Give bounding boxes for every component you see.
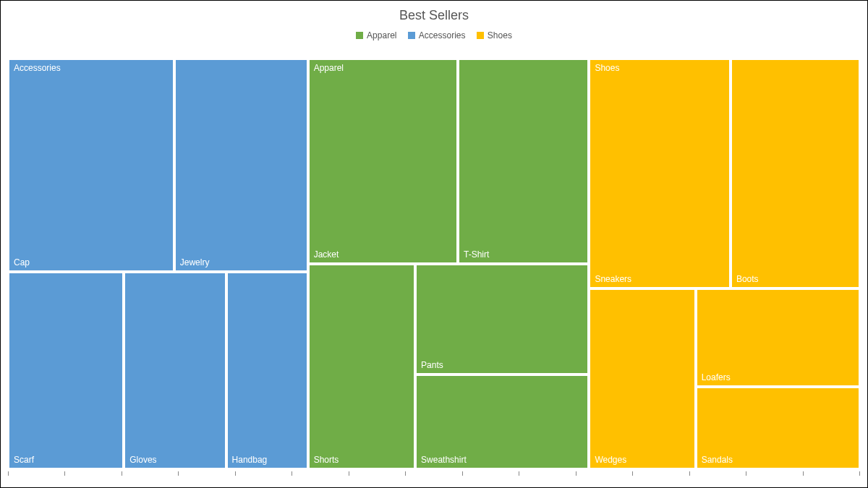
- treemap-cell[interactable]: Pants: [415, 264, 589, 374]
- treemap-cell-label: Gloves: [129, 455, 156, 465]
- legend-item-accessories: Accessories: [408, 30, 466, 40]
- legend-swatch-icon: [408, 32, 415, 39]
- treemap-cell-label: Jewelry: [180, 257, 210, 267]
- treemap-cell[interactable]: Jewelry: [174, 59, 308, 272]
- treemap-cell[interactable]: Loafers: [696, 288, 860, 387]
- treemap-cell-label: Handbag: [232, 455, 268, 465]
- treemap-cell-label: Wedges: [595, 455, 626, 465]
- treemap-cell[interactable]: ApparelJacket: [308, 59, 458, 264]
- treemap-cell[interactable]: Handbag: [226, 272, 308, 469]
- treemap-cell-label: Sweathshirt: [421, 455, 467, 465]
- legend-label: Apparel: [367, 30, 396, 40]
- treemap-group-label: Shoes: [595, 63, 619, 73]
- treemap-cell-label: Sneakers: [595, 274, 631, 284]
- treemap-cell-label: Shorts: [314, 455, 339, 465]
- axis-ticks: [8, 471, 860, 480]
- treemap-cell-label: T-Shirt: [464, 249, 489, 260]
- legend-item-apparel: Apparel: [356, 30, 396, 40]
- treemap-cell-label: Loafers: [702, 372, 731, 382]
- chart-title: Best Sellers: [1, 1, 867, 23]
- treemap-cell[interactable]: AccessoriesCap: [8, 59, 174, 272]
- treemap-cell-label: Pants: [421, 360, 443, 370]
- treemap-plot: AccessoriesCapJewelryScarfGlovesHandbagA…: [8, 59, 860, 469]
- treemap-cell[interactable]: Scarf: [8, 272, 124, 469]
- legend-label: Shoes: [488, 30, 512, 40]
- treemap-cell[interactable]: Sweathshirt: [415, 374, 589, 469]
- treemap-cell[interactable]: Gloves: [124, 272, 226, 469]
- treemap-cell[interactable]: Shorts: [308, 264, 415, 469]
- treemap-cell[interactable]: ShoesSneakers: [589, 59, 731, 288]
- treemap-cell[interactable]: T-Shirt: [458, 59, 589, 264]
- treemap-cell-label: Jacket: [314, 249, 339, 260]
- legend-swatch-icon: [477, 32, 484, 39]
- treemap-cell[interactable]: Sandals: [696, 387, 860, 469]
- treemap-group-label: Apparel: [314, 63, 344, 73]
- legend-label: Accessories: [419, 30, 466, 40]
- legend-swatch-icon: [356, 32, 363, 39]
- treemap-cell[interactable]: Boots: [731, 59, 860, 288]
- legend-item-shoes: Shoes: [477, 30, 512, 40]
- chart-legend: Apparel Accessories Shoes: [1, 30, 867, 41]
- chart-frame: Best Sellers Apparel Accessories Shoes A…: [0, 0, 868, 488]
- treemap-group-label: Accessories: [14, 63, 61, 73]
- treemap-cell-label: Scarf: [14, 455, 34, 465]
- treemap-cell-label: Boots: [736, 274, 759, 284]
- treemap-cell-label: Sandals: [702, 455, 733, 465]
- treemap-cell[interactable]: Wedges: [589, 288, 695, 469]
- treemap-cell-label: Cap: [14, 257, 30, 267]
